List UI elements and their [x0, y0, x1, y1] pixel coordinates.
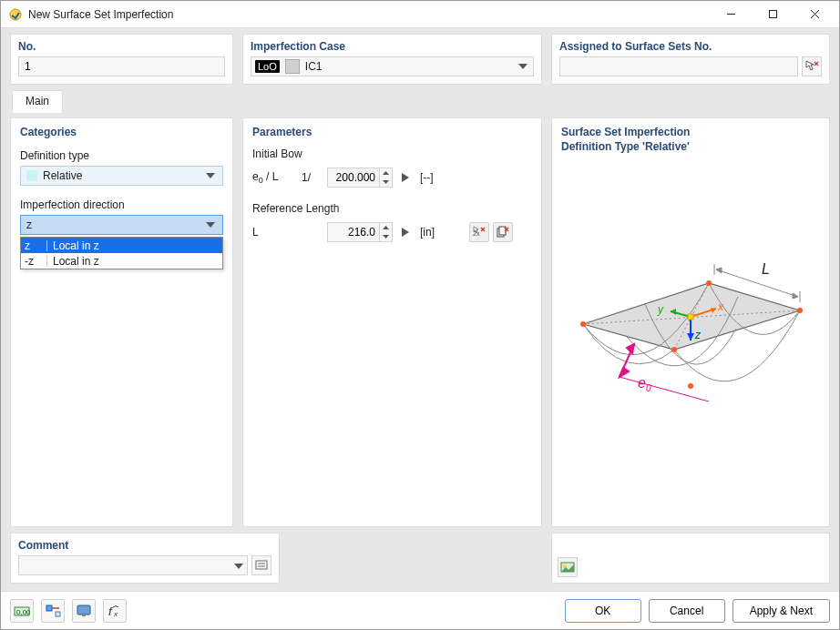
label-no: No. — [18, 40, 225, 53]
panel-parameters: Parameters Initial Bow e0 / L 1/ — [242, 117, 542, 527]
axis-y-label: y — [657, 303, 664, 316]
label-reference-length: Reference Length — [252, 202, 532, 215]
case-tag: LoO — [255, 60, 280, 73]
chevron-down-icon — [234, 559, 243, 572]
svg-rect-38 — [256, 561, 267, 569]
display-button[interactable] — [72, 599, 96, 623]
maximize-button[interactable] — [752, 2, 794, 27]
comment-row: Comment — [10, 533, 830, 584]
ok-button[interactable]: OK — [565, 599, 641, 623]
preview-l-label: L — [762, 261, 770, 277]
tab-main[interactable]: Main — [12, 90, 63, 113]
preview-tool-button[interactable] — [558, 557, 578, 577]
svg-marker-15 — [716, 268, 722, 273]
row-reference-length: L [in] — [252, 222, 532, 242]
panel-comment: Comment — [10, 533, 280, 584]
copy-length-button[interactable] — [493, 222, 513, 242]
case-value: IC1 — [305, 60, 511, 73]
label-assigned-surface-sets: Assigned to Surface Sets No. — [559, 40, 822, 53]
units-button[interactable]: 0,00 — [10, 599, 34, 623]
spinner-l — [379, 223, 392, 241]
categories-title: Categories — [20, 126, 223, 138]
preview-line2: Definition Type 'Relative' — [561, 140, 820, 155]
preview-e0-label: e0 — [638, 375, 651, 393]
app-icon — [8, 7, 23, 22]
input-no[interactable] — [18, 56, 225, 76]
input-e0-over-l-text[interactable] — [328, 168, 379, 187]
label-imperfection-case: Imperfection Case — [251, 40, 534, 53]
input-l-text[interactable] — [328, 223, 379, 241]
step-next-button[interactable] — [398, 168, 413, 188]
apply-next-button[interactable]: Apply & Next — [732, 599, 830, 623]
step-next-button[interactable] — [398, 222, 413, 242]
top-row: No. Imperfection Case LoO IC1 Assigned t… — [10, 34, 830, 85]
label-definition-type: Definition type — [20, 149, 223, 162]
spin-down-button[interactable] — [380, 232, 392, 241]
spin-up-button[interactable] — [380, 168, 392, 178]
definition-type-swatch — [26, 170, 37, 181]
svg-marker-35 — [627, 344, 634, 353]
svg-rect-2 — [769, 11, 776, 18]
definition-type-combo[interactable]: Relative — [20, 166, 223, 186]
imperfection-direction-combo[interactable]: z z Local in z -z — [20, 215, 223, 235]
svg-point-24 — [797, 308, 803, 313]
svg-rect-33 — [688, 314, 693, 320]
row-e0-over-l: e0 / L 1/ [--] — [252, 168, 532, 188]
svg-point-25 — [671, 347, 677, 352]
svg-rect-47 — [56, 612, 60, 616]
axis-x-label: x — [717, 300, 724, 313]
input-assigned-surface-sets[interactable] — [559, 56, 798, 76]
close-button[interactable] — [794, 2, 835, 27]
cancel-button[interactable]: Cancel — [649, 599, 725, 623]
tab-strip: Main — [10, 90, 830, 113]
function-button[interactable]: f x — [103, 599, 127, 623]
reset-length-button[interactable]: 2x — [469, 222, 489, 242]
svg-point-22 — [580, 321, 586, 327]
svg-text:0,00: 0,00 — [16, 608, 30, 616]
case-color-swatch — [285, 59, 300, 74]
pick-surface-sets-button[interactable] — [802, 56, 822, 76]
input-e0-over-l[interactable] — [327, 168, 393, 188]
spin-up-button[interactable] — [380, 223, 392, 232]
input-l[interactable] — [327, 222, 393, 242]
window-title: New Surface Set Imperfection — [28, 8, 710, 21]
definition-type-value: Relative — [43, 169, 199, 182]
chevron-down-icon — [204, 173, 217, 178]
content-row: Categories Definition type Relative Impe… — [10, 117, 830, 527]
direction-option-z[interactable]: z Local in z — [21, 238, 222, 253]
preview-diagram: L — [561, 172, 820, 512]
minimize-button[interactable] — [710, 2, 752, 27]
panel-preview-tools — [551, 533, 830, 584]
panel-imperfection-case: Imperfection Case LoO IC1 — [242, 34, 542, 85]
unit-e0: [--] — [420, 171, 434, 184]
spinner-e0-over-l — [379, 168, 392, 187]
svg-point-26 — [688, 383, 693, 389]
svg-line-37 — [620, 377, 709, 401]
svg-text:x: x — [113, 610, 118, 618]
label-l: L — [252, 226, 296, 239]
comment-manage-button[interactable] — [251, 555, 271, 575]
model-view-button[interactable] — [41, 599, 65, 623]
svg-point-23 — [706, 280, 712, 286]
panel-preview: Surface Set Imperfection Definition Type… — [551, 117, 830, 527]
chevron-down-icon — [517, 64, 529, 69]
spin-down-button[interactable] — [380, 178, 392, 187]
titlebar: New Surface Set Imperfection — [1, 1, 839, 28]
label-e0-over-l: e0 / L — [252, 170, 296, 185]
client-area: No. Imperfection Case LoO IC1 Assigned t… — [1, 28, 839, 591]
dialog-window: New Surface Set Imperfection No. Imperfe… — [0, 0, 840, 630]
reference-length-tools: 2x — [469, 222, 513, 242]
imperfection-direction-dropdown: z Local in z -z Local in z — [20, 237, 223, 269]
direction-option-minus-z[interactable]: -z Local in z — [21, 253, 222, 269]
imperfection-direction-value: z — [26, 218, 199, 231]
panel-no: No. — [10, 34, 233, 85]
label-initial-bow: Initial Bow — [252, 147, 532, 160]
parameters-title: Parameters — [252, 126, 532, 138]
bottom-bar: 0,00 f x OK Cancel Apply & — [1, 591, 839, 629]
panel-categories: Categories Definition type Relative Impe… — [10, 117, 233, 527]
comment-combo[interactable] — [18, 555, 248, 575]
chevron-down-icon — [204, 222, 217, 228]
divider — [46, 256, 47, 267]
svg-marker-36 — [620, 368, 629, 377]
imperfection-case-combo[interactable]: LoO IC1 — [251, 56, 534, 76]
